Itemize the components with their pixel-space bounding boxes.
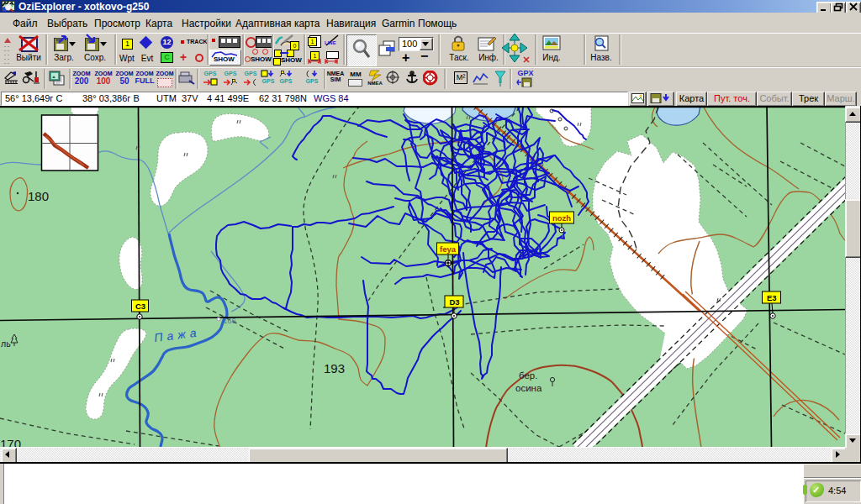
svg-text:E3: E3 (767, 293, 777, 302)
svg-text:feya: feya (440, 244, 457, 254)
svg-text:nozh: nozh (552, 213, 571, 223)
svg-text:180: 180 (28, 189, 49, 203)
svg-text:осина: осина (515, 383, 542, 393)
svg-text:C3: C3 (135, 302, 145, 311)
svg-text:166: 166 (223, 316, 236, 325)
svg-text:D3: D3 (450, 297, 460, 307)
svg-text:193: 193 (324, 361, 345, 375)
svg-text:170: 170 (0, 437, 21, 447)
svg-text:ль: ль (1, 339, 11, 349)
svg-text:бер.: бер. (519, 370, 537, 381)
